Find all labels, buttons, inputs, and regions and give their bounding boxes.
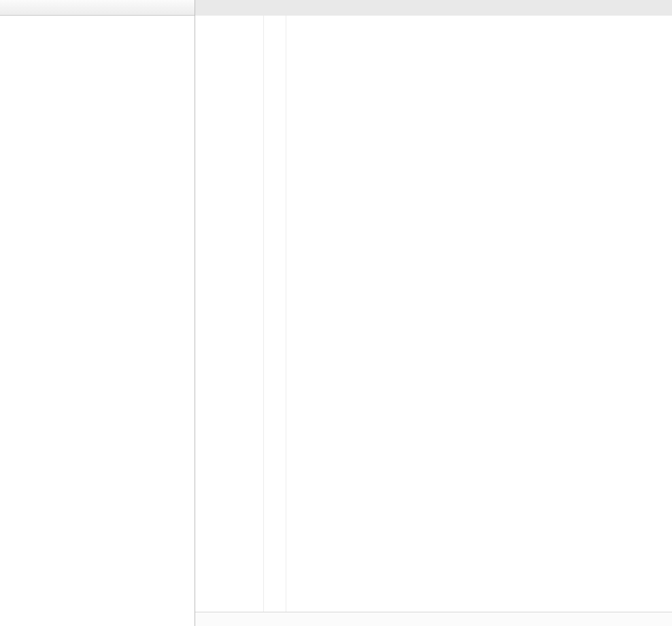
editor-pane [195,0,672,626]
code-editor[interactable] [195,16,672,612]
indent-guide [263,16,264,612]
ide-window [0,0,672,626]
indent-guide [286,16,286,612]
tab-bar [195,0,672,16]
project-panel-header [0,0,195,16]
project-tree[interactable] [0,16,195,626]
breadcrumb-bar [195,612,672,626]
project-panel [0,0,195,626]
